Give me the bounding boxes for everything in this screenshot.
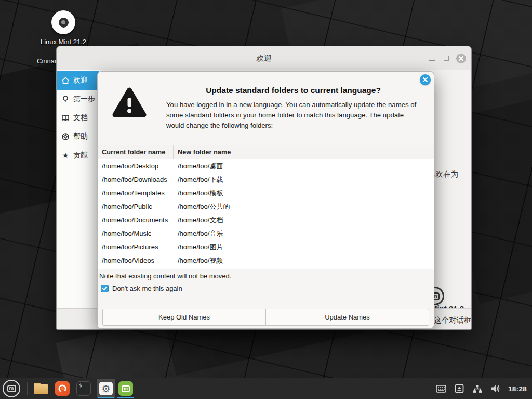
table-row[interactable]: /home/foo/Pictures /home/foo/图片 — [98, 241, 434, 254]
open-window-indicator — [117, 397, 134, 398]
dialog-header: Update standard folders to current langu… — [98, 72, 434, 145]
current-folder-cell: /home/foo/Pictures — [98, 241, 174, 254]
column-header-current[interactable]: Current folder name — [98, 145, 174, 159]
sidebar-item-label: 贡献 — [73, 151, 88, 160]
sidebar-item-label: 第一步 — [73, 95, 95, 104]
mint-logo-icon: m — [7, 385, 16, 392]
folders-table: Current folder name New folder name /hom… — [98, 145, 434, 269]
dont-ask-checkbox-label[interactable]: Don't ask me this again — [112, 285, 182, 292]
table-row[interactable]: /home/foo/Public /home/foo/公共的 — [98, 200, 434, 214]
checkbox-checked-icon[interactable] — [101, 285, 109, 292]
sidebar-item-label: 文档 — [73, 113, 88, 123]
window-maximize-button[interactable] — [441, 53, 451, 63]
book-icon — [61, 114, 70, 122]
table-row[interactable]: /home/foo/Templates /home/foo/模板 — [98, 187, 434, 200]
new-folder-cell: /home/foo/下载 — [174, 173, 434, 187]
close-icon — [456, 54, 466, 63]
file-manager-launcher[interactable] — [33, 381, 49, 396]
current-folder-cell: /home/foo/Music — [98, 227, 174, 241]
star-icon: ★ — [61, 151, 70, 159]
network-icon[interactable] — [472, 383, 483, 394]
window-minimize-button[interactable] — [427, 53, 437, 63]
table-row[interactable]: /home/foo/Music /home/foo/音乐 — [98, 227, 434, 241]
sidebar-item-first-steps[interactable]: 第一步 — [57, 90, 99, 109]
current-folder-cell: /home/foo/Videos — [98, 254, 174, 268]
current-folder-cell: /home/foo/Templates — [98, 187, 174, 200]
welcome-window-button[interactable]: m — [117, 379, 135, 398]
window-close-button[interactable] — [456, 53, 466, 63]
sidebar-item-label: 欢迎 — [73, 76, 88, 85]
firefox-launcher[interactable] — [55, 381, 70, 396]
new-folder-cell: /home/foo/公共的 — [174, 200, 434, 214]
keep-old-names-button[interactable]: Keep Old Names — [102, 309, 266, 326]
home-icon — [61, 76, 70, 85]
window-titlebar[interactable]: 欢迎 — [57, 46, 471, 70]
dont-ask-checkbox-row[interactable]: Don't ask me this again — [101, 285, 182, 292]
taskbar-clock[interactable]: 18:28 — [508, 385, 527, 393]
disc-icon — [51, 10, 75, 34]
desktop-shortcut-linux-mint-iso[interactable]: Linux Mint 21.2 — [21, 10, 106, 46]
lightbulb-icon — [61, 95, 70, 103]
current-folder-cell: /home/foo/Downloads — [98, 173, 174, 187]
dialog-body-text: You have logged in in a new language. Yo… — [166, 100, 418, 130]
shortcut-label-line1: Linux Mint 21.2 — [21, 38, 106, 46]
taskbar: m $_ ⚙ m — [0, 378, 532, 399]
taskbar-separator — [27, 382, 28, 395]
table-row[interactable]: /home/foo/Documents /home/foo/文档 — [98, 214, 434, 227]
folder-icon — [34, 383, 48, 394]
new-folder-cell: /home/foo/视频 — [174, 254, 434, 268]
new-folder-cell: /home/foo/模板 — [174, 187, 434, 200]
update-folders-dialog: Update standard folders to current langu… — [97, 71, 434, 329]
column-header-new[interactable]: New folder name — [174, 145, 434, 159]
settings-window-button[interactable]: ⚙ — [97, 379, 115, 398]
system-tray: 18:28 — [435, 383, 532, 394]
table-row[interactable]: /home/foo/Videos /home/foo/视频 — [98, 254, 434, 268]
warning-icon — [112, 87, 147, 145]
terminal-launcher[interactable]: $_ — [76, 381, 91, 396]
table-header-row: Current folder name New folder name — [98, 145, 434, 159]
sidebar-item-help[interactable]: 帮助 — [57, 127, 99, 146]
sidebar-item-documentation[interactable]: 文档 — [57, 109, 99, 127]
mint-welcome-icon: m — [118, 381, 133, 396]
dialog-button-bar: Keep Old Names Update Names — [102, 309, 429, 326]
current-folder-cell: /home/foo/Documents — [98, 214, 174, 227]
table-row[interactable]: /home/foo/Desktop /home/foo/桌面 — [98, 159, 434, 173]
volume-icon[interactable] — [490, 383, 501, 394]
maximize-icon — [444, 56, 449, 61]
sidebar-item-welcome[interactable]: 欢迎 — [57, 71, 99, 90]
sidebar-item-contribute[interactable]: ★ 贡献 — [57, 146, 99, 165]
terminal-icon: $_ — [76, 381, 91, 396]
firefox-icon — [55, 381, 70, 396]
keyboard-layout-icon[interactable] — [435, 383, 447, 394]
mint-menu-button[interactable]: m — [3, 380, 20, 397]
sidebar: 欢迎 第一步 文档 帮助 ★ 贡献 — [57, 70, 99, 308]
active-window-indicator — [98, 397, 114, 398]
new-folder-cell: /home/foo/文档 — [174, 214, 434, 227]
gear-icon: ⚙ — [99, 382, 113, 395]
table-row[interactable]: /home/foo/Downloads /home/foo/下载 — [98, 173, 434, 187]
sidebar-item-label: 帮助 — [73, 132, 88, 141]
current-folder-cell: /home/foo/Desktop — [98, 159, 174, 173]
new-folder-cell: /home/foo/桌面 — [174, 159, 434, 173]
new-folder-cell: /home/foo/音乐 — [174, 227, 434, 241]
removable-media-icon[interactable] — [454, 383, 465, 394]
dialog-title: Update standard folders to current langu… — [166, 86, 420, 95]
minimize-icon — [429, 60, 435, 61]
update-names-button[interactable]: Update Names — [265, 309, 429, 326]
lifebuoy-icon — [61, 132, 70, 141]
window-title: 欢迎 — [57, 46, 471, 70]
note-text: Note that existing content will not be m… — [99, 272, 231, 280]
new-folder-cell: /home/foo/图片 — [174, 241, 434, 254]
current-folder-cell: /home/foo/Public — [98, 200, 174, 214]
